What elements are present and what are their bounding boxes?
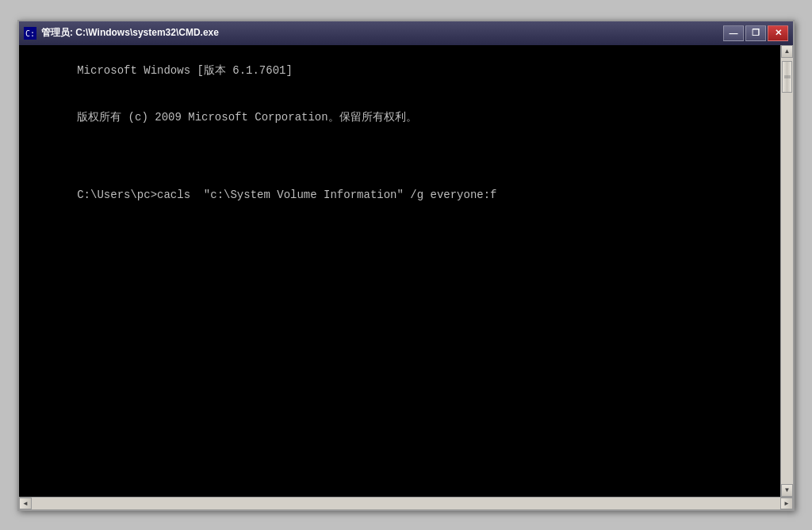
vertical-scrollbar: ▲ ▼ — [780, 45, 793, 497]
close-button[interactable]: ✕ — [768, 25, 788, 41]
cmd-window: C: 管理员: C:\Windows\system32\CMD.exe — ❐ … — [17, 20, 795, 511]
scroll-thumb[interactable] — [782, 61, 792, 93]
cmd-icon: C: — [24, 27, 36, 40]
scroll-up-button[interactable]: ▲ — [781, 45, 793, 58]
horizontal-scrollbar: ◄ ► — [19, 497, 793, 509]
terminal-body-wrapper: Microsoft Windows [版本 6.1.7601] 版权所有 (c)… — [19, 45, 793, 497]
window-title: 管理员: C:\Windows\system32\CMD.exe — [41, 26, 723, 40]
scroll-grip — [784, 75, 791, 78]
minimize-button[interactable]: — — [723, 25, 744, 41]
scroll-left-button[interactable]: ◄ — [19, 498, 32, 509]
h-scroll-track[interactable] — [32, 498, 780, 509]
terminal-output: Microsoft Windows [版本 6.1.7601] 版权所有 (c)… — [24, 48, 776, 219]
restore-button[interactable]: ❐ — [745, 25, 766, 41]
line-4: C:\Users\pc>cacls "c:\System Volume Info… — [77, 189, 496, 201]
window-controls: — ❐ ✕ — [723, 25, 788, 41]
scroll-right-button[interactable]: ► — [780, 498, 793, 509]
scroll-thumb-area — [781, 58, 793, 484]
svg-text:C:: C: — [25, 29, 35, 38]
title-bar: C: 管理员: C:\Windows\system32\CMD.exe — ❐ … — [19, 21, 793, 45]
scroll-down-button[interactable]: ▼ — [781, 484, 793, 497]
terminal-body[interactable]: Microsoft Windows [版本 6.1.7601] 版权所有 (c)… — [19, 45, 780, 497]
line-1: Microsoft Windows [版本 6.1.7601] — [77, 64, 293, 77]
line-2: 版权所有 (c) 2009 Microsoft Corporation。保留所有… — [77, 111, 416, 124]
